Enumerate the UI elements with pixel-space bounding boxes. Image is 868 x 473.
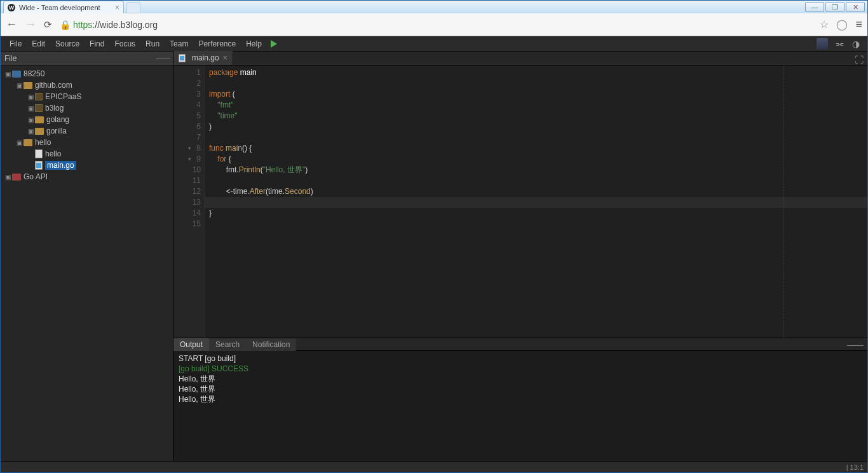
fullscreen-icon[interactable]: ⛶ [855, 55, 864, 65]
bottom-tab-output[interactable]: Output [173, 338, 209, 351]
gutter-line[interactable]: ▾8 [173, 143, 205, 154]
code-line[interactable]: ) [209, 121, 867, 132]
tree-twisty-icon[interactable]: ▣ [15, 82, 24, 89]
tree-node[interactable]: main.go [1, 160, 173, 171]
tree-label: Go API [24, 172, 48, 181]
menu-help[interactable]: Help [241, 39, 267, 48]
address-bar[interactable]: 🔒 https://wide.b3log.org [60, 20, 812, 29]
code-line[interactable]: for { [209, 154, 867, 165]
chrome-user-icon[interactable]: ◯ [836, 18, 848, 31]
gutter-line[interactable]: 6 [173, 121, 205, 132]
run-button[interactable] [271, 40, 277, 48]
editor-tab[interactable]: main.go × [173, 51, 233, 65]
menu-focus[interactable]: Focus [109, 39, 140, 48]
fold-icon[interactable]: ▾ [188, 154, 191, 165]
code-line[interactable]: func main() { [209, 143, 867, 154]
code-line[interactable] [209, 132, 867, 143]
bottom-tabs: OutputSearchNotification—— [173, 338, 867, 351]
favicon: W [8, 4, 15, 11]
tree-label: EPICPaaS [45, 92, 81, 101]
menu-team[interactable]: Team [165, 39, 193, 48]
go-file-icon [179, 54, 186, 62]
gutter-line[interactable]: 2 [173, 78, 205, 89]
tree-node[interactable]: hello [1, 148, 173, 160]
gutter-line[interactable]: 13 [173, 197, 205, 208]
bottom-tab-search[interactable]: Search [209, 338, 246, 351]
reload-button[interactable]: ⟳ [44, 19, 52, 31]
tree-twisty-icon[interactable]: ▣ [15, 139, 24, 146]
gutter-line[interactable]: 5 [173, 111, 205, 121]
bottom-tab-notification[interactable]: Notification [246, 338, 296, 351]
code-line[interactable]: package main [209, 67, 867, 78]
gutter-line[interactable]: 14 [173, 208, 205, 219]
ide-root: FileEditSourceFindFocusRunTeamPerference… [1, 36, 867, 472]
menu-edit[interactable]: Edit [27, 39, 50, 48]
folder-icon [12, 174, 21, 181]
output-console[interactable]: START [go build][go build] SUCCESSHello,… [173, 351, 867, 461]
tree-label: 88250 [24, 69, 44, 78]
tree-node[interactable]: ▣gorilla [1, 125, 173, 137]
gutter-line[interactable]: 4 [173, 100, 205, 111]
browser-tab[interactable]: W Wide - Team development × [3, 1, 124, 13]
gutter-line[interactable]: 10 [173, 165, 205, 175]
code-line[interactable]: <-time.After(time.Second) [209, 186, 867, 197]
fold-icon[interactable]: ▾ [188, 143, 191, 154]
tree-twisty-icon[interactable]: ▣ [26, 105, 35, 112]
avatar[interactable] [817, 38, 828, 50]
gutter-line[interactable]: 3 [173, 89, 205, 100]
tree-twisty-icon[interactable]: ▣ [3, 71, 12, 78]
menu-find[interactable]: Find [85, 39, 109, 48]
tree-label: hello [45, 149, 61, 158]
window-maximize-button[interactable]: ❐ [825, 2, 844, 12]
code-line[interactable] [209, 219, 867, 230]
forward-button[interactable]: → [25, 18, 36, 31]
code-line[interactable]: import ( [209, 89, 867, 100]
window-close-button[interactable]: ✕ [846, 2, 865, 12]
gutter-line[interactable]: 7 [173, 132, 205, 143]
gutter-line[interactable]: 1 [173, 67, 205, 78]
sidebar-header: File —— [1, 51, 173, 65]
console-line: Hello, 世界 [179, 384, 862, 394]
menu-file[interactable]: File [4, 39, 27, 48]
tree-twisty-icon[interactable]: ▣ [26, 93, 35, 100]
tree-node[interactable]: ▣golang [1, 114, 173, 125]
bookmark-star-icon[interactable]: ☆ [820, 18, 829, 31]
folder-icon [12, 71, 21, 78]
menu-perference[interactable]: Perference [193, 39, 241, 48]
code-line[interactable]: "time" [209, 111, 867, 121]
tree-node[interactable]: ▣EPICPaaS [1, 91, 173, 102]
share-icon[interactable]: ⫘ [834, 39, 844, 49]
tree-node[interactable]: ▣88250 [1, 68, 173, 79]
tree-node[interactable]: ▣Go API [1, 171, 173, 182]
github-icon[interactable]: ◑ [851, 39, 861, 49]
window-minimize-button[interactable]: — [805, 2, 824, 12]
tree-label: github.com [35, 81, 72, 90]
chrome-menu-icon[interactable]: ≡ [855, 18, 862, 31]
code-editor[interactable]: 1234567▾8▾9101112131415 package mainimpo… [173, 65, 867, 338]
tree-twisty-icon[interactable]: ▣ [26, 128, 35, 135]
gutter-line[interactable]: ▾9 [173, 154, 205, 165]
menu-run[interactable]: Run [140, 39, 165, 48]
close-tab-icon[interactable]: × [115, 4, 119, 11]
close-editor-tab-icon[interactable]: × [223, 53, 227, 62]
gutter-line[interactable]: 12 [173, 186, 205, 197]
tree-node[interactable]: ▣hello [1, 137, 173, 148]
tree-node[interactable]: ▣github.com [1, 79, 173, 91]
tree-twisty-icon[interactable]: ▣ [3, 174, 12, 181]
menu-source[interactable]: Source [50, 39, 85, 48]
code-line[interactable] [209, 78, 867, 89]
bottom-minimize-icon[interactable]: —— [847, 339, 867, 350]
code-line[interactable]: } [209, 208, 867, 219]
tree-twisty-icon[interactable]: ▣ [26, 116, 35, 123]
file-tree[interactable]: ▣88250▣github.com▣EPICPaaS▣b3log▣golang▣… [1, 65, 173, 461]
code-line[interactable]: "fmt" [209, 100, 867, 111]
sidebar-minimize-icon[interactable]: —— [156, 54, 169, 63]
gutter-line[interactable]: 15 [173, 219, 205, 230]
code-line[interactable]: fmt.Println("Hello, 世界") [209, 165, 867, 175]
tree-node[interactable]: ▣b3log [1, 102, 173, 114]
browser-toolbar: ← → ⟳ 🔒 https://wide.b3log.org ☆ ◯ ≡ [1, 13, 867, 36]
gutter-line[interactable]: 11 [173, 175, 205, 186]
back-button[interactable]: ← [6, 18, 17, 31]
code-line[interactable] [209, 175, 867, 186]
new-tab-button[interactable] [126, 2, 140, 13]
